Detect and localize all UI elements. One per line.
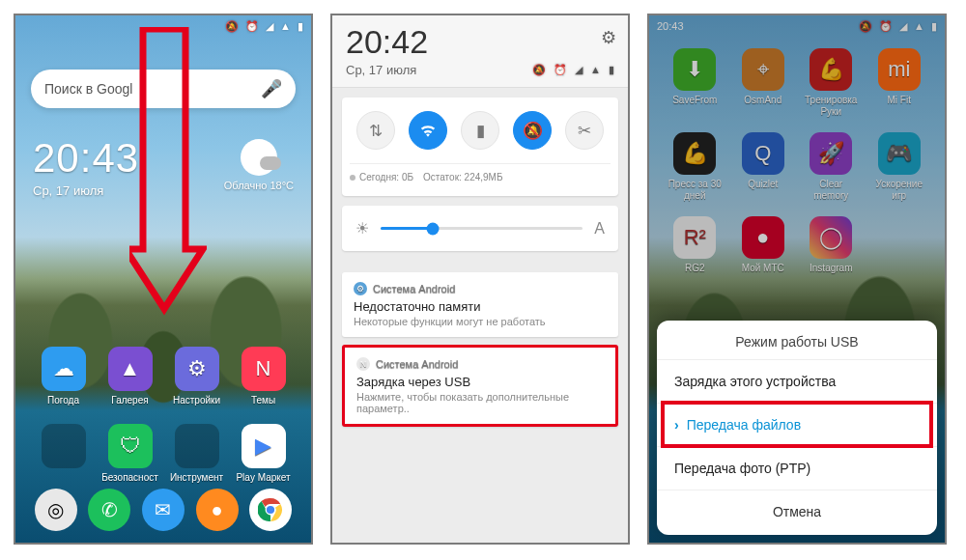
app-Галерея[interactable]: ▲Галерея (99, 347, 160, 406)
app-folder[interactable] (33, 424, 94, 484)
alarm-icon: ⏰ (554, 65, 567, 75)
wifi-icon: ▲ (590, 65, 601, 75)
qs-date: Ср, 17 июля (346, 63, 532, 77)
qs-tile-flashlight[interactable]: ▮ (461, 111, 499, 150)
phone-quicksettings: ⚙ 20:42 Ср, 17 июля 🔕 ⏰ ◢ ▲ ▮ ⇅▮🔕✂ Сегод… (330, 14, 630, 545)
battery-icon: ▮ (609, 65, 614, 75)
qs-tile-row: ⇅▮🔕✂ (350, 111, 611, 150)
signal-icon: ◢ (266, 21, 273, 32)
weather-temp: 18°C (270, 180, 294, 191)
data-usage-row[interactable]: Сегодня: 0Б Остаток: 224,9МБ (350, 163, 611, 182)
weather-cond: Облачно (224, 180, 268, 191)
qs-header: ⚙ 20:42 Ср, 17 июля 🔕 ⏰ ◢ ▲ ▮ (332, 15, 628, 88)
weather-widget[interactable]: Облачно 18°C (224, 139, 294, 191)
brightness-slider-card: ☀ A (342, 206, 618, 251)
notification-1[interactable]: NСистема AndroidЗарядка через USBНажмите… (342, 345, 618, 427)
app-Play Маркет[interactable]: ▶Play Маркет (233, 424, 294, 484)
dnd-icon: 🔕 (225, 21, 239, 32)
dock-messages-icon[interactable]: ✉ (142, 489, 185, 531)
usage-today: Сегодня: 0Б (359, 172, 413, 182)
app-Инструмент[interactable]: Инструмент (166, 424, 227, 484)
app-Темы[interactable]: NТемы (233, 347, 294, 406)
brightness-auto-icon[interactable]: A (594, 220, 605, 238)
brightness-slider[interactable] (381, 227, 582, 230)
app-Погода[interactable]: ☁Погода (33, 347, 94, 406)
usage-remain: Остаток: 224,9МБ (423, 172, 502, 182)
qs-tile-screenshot[interactable]: ✂ (565, 111, 604, 150)
app-Настройки[interactable]: ⚙Настройки (166, 347, 227, 406)
settings-gear-icon[interactable]: ⚙ (601, 27, 616, 48)
dock: ◎ ✆ ✉ ● (15, 485, 311, 535)
dock-recents-icon[interactable]: ◎ (35, 489, 77, 531)
usb-option-0[interactable]: Зарядка этого устройства (657, 359, 937, 403)
alarm-icon: ⏰ (245, 21, 259, 32)
weather-cloud-icon (241, 139, 277, 176)
search-placeholder: Поиск в Googl (44, 81, 132, 97)
battery-icon: ▮ (298, 21, 303, 32)
home-apps-grid: ☁Погода▲Галерея⚙НастройкиNТемы🛡Безопасно… (15, 347, 311, 483)
dock-browser-icon[interactable]: ● (196, 489, 239, 531)
qs-time: 20:42 (346, 23, 614, 61)
qs-tile-wifi[interactable] (409, 111, 447, 150)
notification-0[interactable]: ⚙Система AndroidНедостаточно памятиНекот… (342, 272, 618, 337)
qs-tile-mobile-data[interactable]: ⇅ (356, 111, 395, 150)
usb-option-2[interactable]: Передача фото (PTP) (657, 446, 937, 490)
dialog-title: Режим работы USB (657, 321, 937, 359)
dialog-cancel-button[interactable]: Отмена (657, 490, 937, 533)
red-highlight-annotation (661, 401, 933, 448)
signal-icon: ◢ (575, 65, 582, 75)
dnd-icon: 🔕 (532, 65, 546, 75)
usb-mode-dialog: Режим работы USB Зарядка этого устройств… (657, 321, 937, 535)
qs-tile-dnd[interactable]: 🔕 (513, 111, 552, 150)
wifi-icon: ▲ (280, 21, 291, 32)
dock-phone-icon[interactable]: ✆ (88, 489, 130, 531)
brightness-low-icon: ☀ (355, 219, 369, 238)
mic-icon[interactable]: 🎤 (261, 78, 282, 99)
app-Безопасност[interactable]: 🛡Безопасност (99, 424, 160, 484)
dock-chrome-icon[interactable] (249, 489, 292, 531)
phone-homescreen: 🔕 ⏰ ◢ ▲ ▮ Поиск в Googl 🎤 20:43 Ср, 17 и… (14, 14, 313, 545)
qs-tiles-card: ⇅▮🔕✂ Сегодня: 0Б Остаток: 224,9МБ (342, 98, 618, 196)
phone-usb-dialog: 20:43 🔕 ⏰ ◢ ▲ ▮ ⬇SaveFrom⌖OsmAnd💪Трениро… (647, 14, 947, 545)
red-arrow-annotation (129, 27, 207, 317)
